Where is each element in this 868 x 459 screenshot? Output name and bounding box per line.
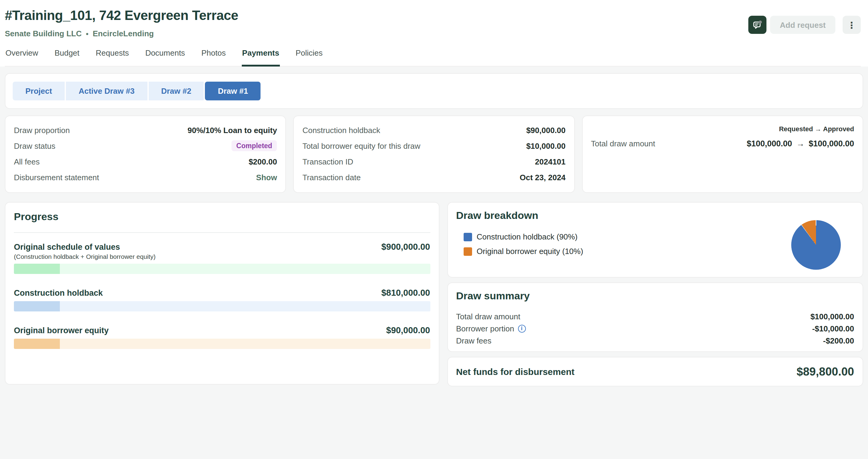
summary-borrower-row: Borrower portion i -$10,000.00: [456, 322, 854, 334]
draw-summary-heading: Draw summary: [456, 290, 854, 302]
transaction-card: Construction holdback $90,000.00 Total b…: [293, 116, 575, 193]
selector-active-draw-3[interactable]: Active Draw #3: [66, 82, 147, 100]
dot-separator: •: [86, 29, 88, 38]
draw-proportion-label: Draw proportion: [14, 125, 70, 134]
draw-amounts-card: Requested → Approved Total draw amount $…: [582, 116, 863, 193]
tab-policies[interactable]: Policies: [295, 49, 323, 66]
all-fees-row: All fees $200.00: [14, 154, 277, 169]
tab-bar: Overview Budget Requests Documents Photo…: [5, 49, 861, 66]
borrower-equity-value: $10,000.00: [526, 141, 565, 150]
draw-status-label: Draw status: [14, 141, 55, 150]
draw-selector-card: Project Active Draw #3 Draw #2 Draw #1: [5, 73, 863, 109]
schedule-of-values-row: Original schedule of values $900,000.00 …: [14, 242, 430, 274]
holdback-progress-row: Construction holdback $810,000.00: [14, 288, 430, 311]
draw-info-cards: Draw proportion 90%/10% Loan to equity D…: [5, 116, 863, 193]
payments-content: Project Active Draw #3 Draw #2 Draw #1 D…: [0, 66, 868, 387]
page-header: #Training_101, 742 Evergreen Terrace Sen…: [0, 0, 868, 66]
equity-progress-fill: [14, 339, 60, 349]
disbursement-statement-label: Disbursement statement: [14, 173, 99, 182]
breadcrumb: Senate Building LLC • EncircleLending: [5, 29, 238, 38]
schedule-of-values-subtitle: (Construction holdback + Original borrow…: [14, 253, 430, 260]
equity-swatch: [463, 247, 472, 255]
tab-documents[interactable]: Documents: [145, 49, 186, 66]
summary-total-value: $100,000.00: [810, 312, 854, 321]
schedule-of-values-title: Original schedule of values: [14, 243, 120, 251]
holdback-progress-fill: [14, 301, 60, 311]
summary-borrower-value: -$10,000.00: [812, 324, 854, 333]
info-icon[interactable]: i: [518, 325, 526, 332]
summary-total-row: Total draw amount $100,000.00: [456, 310, 854, 322]
equity-legend-label: Original borrower equity (10%): [476, 247, 583, 256]
arrow-icon: →: [796, 139, 805, 148]
equity-progress-row: Original borrower equity $90,000.00: [14, 325, 430, 349]
title-block: #Training_101, 742 Evergreen Terrace Sen…: [5, 8, 238, 38]
selector-project[interactable]: Project: [13, 82, 65, 100]
net-funds-value: $89,800.00: [797, 365, 854, 378]
draw-breakdown-pie-chart: [791, 220, 841, 270]
borrower-equity-row: Total borrower equity for this draw $10,…: [303, 138, 566, 154]
comments-button[interactable]: [748, 16, 767, 34]
total-draw-amount-values: $100,000.00 → $100,000.00: [747, 139, 854, 148]
selector-draw-1[interactable]: Draw #1: [205, 82, 261, 100]
tab-payments[interactable]: Payments: [242, 49, 280, 66]
disbursement-statement-row: Disbursement statement Show: [14, 169, 277, 185]
equity-progress-title: Original borrower equity: [14, 326, 109, 335]
tab-overview[interactable]: Overview: [5, 49, 39, 66]
construction-holdback-row: Construction holdback $90,000.00: [303, 122, 566, 138]
net-funds-card: Net funds for disbursement $89,800.00: [447, 357, 863, 387]
show-statement-link[interactable]: Show: [256, 173, 277, 182]
holdback-progress-title: Construction holdback: [14, 288, 103, 298]
approved-amount: $100,000.00: [809, 139, 854, 148]
bottom-section: Progress Original schedule of values $90…: [5, 202, 863, 387]
selector-draw-2[interactable]: Draw #2: [148, 82, 204, 100]
draw-status-card: Draw proportion 90%/10% Loan to equity D…: [5, 116, 286, 193]
kebab-icon: ⋮: [847, 20, 856, 29]
holdback-swatch: [463, 233, 472, 241]
overflow-menu-button[interactable]: ⋮: [843, 16, 861, 34]
progress-card: Progress Original schedule of values $90…: [5, 202, 439, 385]
schedule-of-values-value: $900,000.00: [381, 242, 430, 251]
payments-page: #Training_101, 742 Evergreen Terrace Sen…: [0, 0, 868, 459]
platform-name: EncircleLending: [93, 29, 154, 38]
right-column: Draw breakdown Construction holdback (90…: [447, 202, 863, 387]
draw-summary-card: Draw summary Total draw amount $100,000.…: [447, 282, 863, 352]
requested-amount: $100,000.00: [747, 139, 792, 148]
holdback-progress-bar: [14, 301, 430, 311]
holdback-legend-label: Construction holdback (90%): [476, 232, 578, 241]
summary-fees-value: -$200.00: [823, 336, 854, 345]
net-funds-label: Net funds for disbursement: [456, 366, 575, 377]
draw-breakdown-card: Draw breakdown Construction holdback (90…: [447, 202, 863, 278]
construction-holdback-value: $90,000.00: [526, 125, 565, 134]
draw-selector: Project Active Draw #3 Draw #2 Draw #1: [13, 82, 261, 100]
total-draw-amount-label: Total draw amount: [591, 139, 655, 148]
progress-heading: Progress: [14, 211, 430, 223]
summary-total-label: Total draw amount: [456, 312, 520, 321]
tab-photos[interactable]: Photos: [201, 49, 226, 66]
transaction-date-value: Oct 23, 2024: [520, 173, 566, 182]
borrower-equity-label: Total borrower equity for this draw: [303, 141, 421, 150]
tab-budget[interactable]: Budget: [54, 49, 80, 66]
add-request-button[interactable]: Add request: [770, 16, 835, 34]
transaction-date-label: Transaction date: [303, 173, 361, 182]
transaction-id-value: 2024101: [535, 157, 565, 166]
header-actions: Add request ⋮: [748, 16, 861, 34]
chat-bubble-icon: [752, 19, 763, 30]
status-badge: Completed: [231, 140, 277, 151]
summary-fees-row: Draw fees -$200.00: [456, 334, 854, 346]
transaction-id-label: Transaction ID: [303, 157, 353, 166]
draw-status-row: Draw status Completed: [14, 138, 277, 154]
draw-proportion-row: Draw proportion 90%/10% Loan to equity: [14, 122, 277, 138]
schedule-progress-bar: [14, 264, 430, 274]
summary-borrower-label: Borrower portion: [456, 324, 514, 333]
transaction-id-row: Transaction ID 2024101: [303, 154, 566, 169]
holdback-progress-value: $810,000.00: [381, 288, 430, 298]
construction-holdback-label: Construction holdback: [303, 125, 380, 134]
all-fees-label: All fees: [14, 157, 39, 166]
equity-progress-value: $90,000.00: [386, 325, 430, 335]
draw-proportion-value: 90%/10% Loan to equity: [187, 125, 277, 134]
company-name: Senate Building LLC: [5, 29, 82, 38]
total-draw-amount-row: Total draw amount $100,000.00 → $100,000…: [591, 135, 854, 151]
tab-requests[interactable]: Requests: [95, 49, 130, 66]
draw-breakdown-heading: Draw breakdown: [456, 210, 854, 222]
equity-progress-bar: [14, 339, 430, 349]
